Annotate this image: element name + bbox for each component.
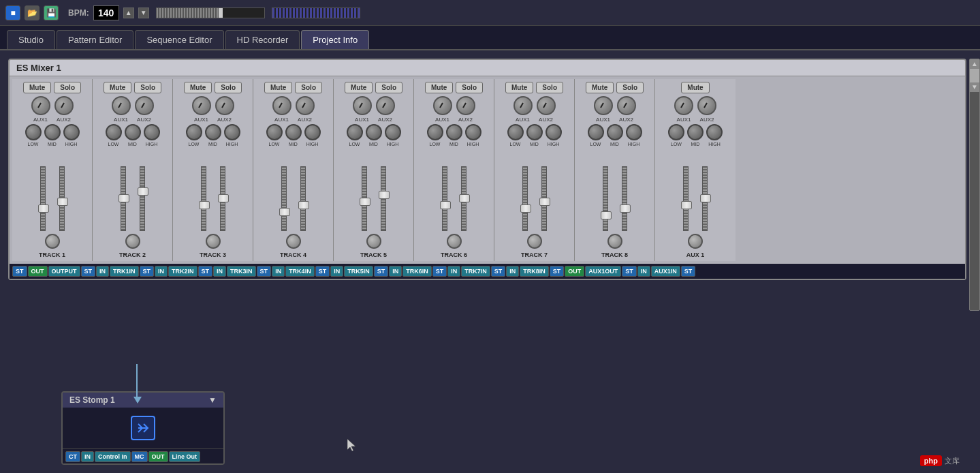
aux1-knob-3[interactable] <box>192 96 211 115</box>
fader-handle-left-1[interactable] <box>38 204 49 213</box>
fader-track-right-9[interactable] <box>702 166 708 231</box>
stomp-connector-btn-3[interactable]: MC <box>131 451 148 462</box>
mute-btn-6[interactable]: Mute <box>425 82 453 93</box>
tab-pattern-editor[interactable]: Pattern Editor <box>57 30 134 49</box>
connector-btn-9[interactable]: ST <box>198 266 213 277</box>
connector-btn-20[interactable]: TRK6IN <box>402 266 432 277</box>
low-knob-6[interactable] <box>427 124 443 140</box>
solo-btn-8[interactable]: Solo <box>616 82 644 93</box>
connector-btn-8[interactable]: TRK2IN <box>168 266 197 277</box>
fader-handle-left-9[interactable] <box>681 201 692 209</box>
mid-knob-5[interactable] <box>366 124 382 140</box>
high-knob-9[interactable] <box>706 124 723 140</box>
connector-btn-26[interactable]: TRK8IN <box>520 266 549 277</box>
stomp-connector-btn-1[interactable]: IN <box>81 451 94 462</box>
connector-btn-33[interactable]: ST <box>681 266 696 277</box>
fader-handle-right-6[interactable] <box>459 194 470 202</box>
fader-handle-right-4[interactable] <box>298 201 309 209</box>
solo-btn-4[interactable]: Solo <box>295 82 322 93</box>
fader-handle-right-2[interactable] <box>138 187 148 196</box>
connector-btn-24[interactable]: ST <box>491 266 506 277</box>
mid-knob-2[interactable] <box>125 124 141 140</box>
low-knob-8[interactable] <box>588 124 604 140</box>
fader-track-left-5[interactable] <box>362 166 367 231</box>
solo-btn-7[interactable]: Solo <box>536 82 563 93</box>
fader-track-right-2[interactable] <box>140 166 145 231</box>
fader-handle-left-5[interactable] <box>360 198 370 206</box>
connector-btn-22[interactable]: IN <box>447 266 460 277</box>
fader-handle-right-9[interactable] <box>700 194 711 202</box>
tab-studio[interactable]: Studio <box>7 30 55 49</box>
fader-track-right-8[interactable] <box>622 166 627 231</box>
fader-handle-left-7[interactable] <box>520 204 531 213</box>
high-knob-6[interactable] <box>465 124 481 140</box>
mute-btn-8[interactable]: Mute <box>586 82 614 93</box>
connector-btn-7[interactable]: IN <box>155 266 168 277</box>
bpm-value[interactable]: 140 <box>93 5 119 20</box>
mid-knob-3[interactable] <box>205 124 221 140</box>
mid-knob-4[interactable] <box>285 124 302 140</box>
fader-track-right-6[interactable] <box>461 166 467 231</box>
mute-btn-9[interactable]: Mute <box>681 82 709 93</box>
mid-knob-8[interactable] <box>607 124 623 140</box>
connector-btn-28[interactable]: OUT <box>565 266 584 277</box>
fader-track-left-6[interactable] <box>442 166 447 231</box>
aux1-knob-1[interactable] <box>31 96 50 115</box>
solo-btn-1[interactable]: Solo <box>54 82 81 93</box>
mute-btn-1[interactable]: Mute <box>23 82 51 93</box>
fader-handle-left-3[interactable] <box>199 201 210 209</box>
mid-knob-1[interactable] <box>44 124 61 140</box>
solo-btn-6[interactable]: Solo <box>456 82 483 93</box>
mute-btn-4[interactable]: Mute <box>264 82 292 93</box>
connector-btn-0[interactable]: ST <box>12 266 27 277</box>
aux1-knob-8[interactable] <box>594 96 613 115</box>
low-knob-2[interactable] <box>106 124 122 140</box>
tab-sequence-editor[interactable]: Sequence Editor <box>135 30 223 49</box>
fader-handle-right-3[interactable] <box>218 194 229 202</box>
aux2-knob-1[interactable] <box>54 96 74 115</box>
solo-btn-5[interactable]: Solo <box>375 82 402 93</box>
low-knob-1[interactable] <box>25 124 42 140</box>
pan-knob-6[interactable] <box>447 234 462 249</box>
mid-knob-7[interactable] <box>526 124 543 140</box>
mid-knob-9[interactable] <box>687 124 704 140</box>
new-button[interactable]: ■ <box>5 5 20 20</box>
connector-btn-18[interactable]: ST <box>374 266 389 277</box>
save-button[interactable]: 💾 <box>44 5 59 20</box>
connector-btn-3[interactable]: ST <box>81 266 96 277</box>
high-knob-8[interactable] <box>626 124 642 140</box>
pan-knob-9[interactable] <box>688 234 703 249</box>
connector-btn-6[interactable]: ST <box>140 266 155 277</box>
stomp-connector-btn-0[interactable]: CT <box>65 451 80 462</box>
connector-btn-2[interactable]: OUTPUT <box>48 266 80 277</box>
connector-btn-4[interactable]: IN <box>96 266 109 277</box>
connector-btn-29[interactable]: AUX1OUT <box>585 266 621 277</box>
connector-btn-21[interactable]: ST <box>432 266 447 277</box>
play-progress[interactable] <box>272 7 360 18</box>
mute-btn-3[interactable]: Mute <box>184 82 212 93</box>
fader-track-left-8[interactable] <box>603 166 608 231</box>
mute-btn-7[interactable]: Mute <box>505 82 533 93</box>
stomp-connector-btn-5[interactable]: Line Out <box>169 451 201 462</box>
connector-btn-16[interactable]: IN <box>330 266 343 277</box>
low-knob-5[interactable] <box>347 124 363 140</box>
connector-btn-13[interactable]: IN <box>272 266 285 277</box>
aux1-knob-5[interactable] <box>353 96 372 115</box>
fader-handle-left-6[interactable] <box>440 201 451 209</box>
connector-btn-31[interactable]: IN <box>637 266 650 277</box>
low-knob-9[interactable] <box>668 124 684 140</box>
aux2-knob-9[interactable] <box>697 96 716 115</box>
right-scrollbar[interactable]: ▲ ▼ <box>969 59 980 311</box>
connector-btn-5[interactable]: TRK1IN <box>110 266 139 277</box>
high-knob-5[interactable] <box>385 124 401 140</box>
aux2-knob-4[interactable] <box>296 96 315 115</box>
pan-knob-7[interactable] <box>527 234 542 249</box>
connector-btn-30[interactable]: ST <box>622 266 637 277</box>
aux1-knob-2[interactable] <box>112 96 131 115</box>
connector-btn-32[interactable]: AUX1IN <box>651 266 680 277</box>
fader-track-right-3[interactable] <box>220 166 225 231</box>
connector-btn-23[interactable]: TRK7IN <box>461 266 490 277</box>
fader-track-left-9[interactable] <box>683 166 689 231</box>
aux2-knob-3[interactable] <box>215 96 234 115</box>
mid-knob-6[interactable] <box>446 124 462 140</box>
